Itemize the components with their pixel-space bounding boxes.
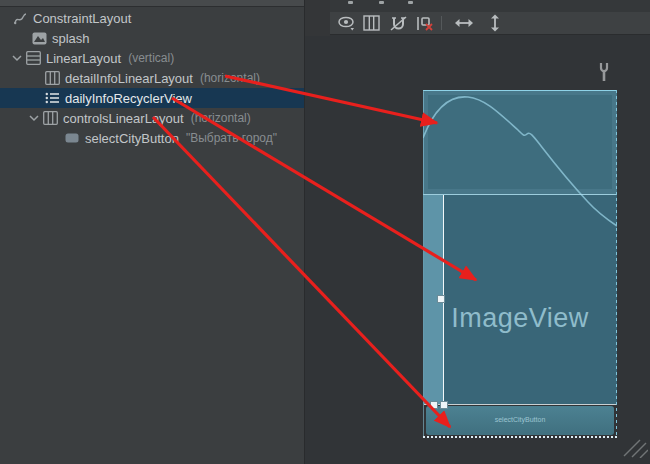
android-studio-layout-editor: ConstraintLayout splash LinearLayout (ve… [0, 0, 650, 464]
editor-top-strip [330, 0, 650, 12]
canvas-right-dashed-edge [616, 90, 617, 437]
component-tree-toolbar-edge [0, 0, 304, 7]
vertical-resize-arrows-icon[interactable] [484, 13, 506, 33]
tree-item-selectcitybutton[interactable]: selectCityButton "Выбрать город" [0, 128, 304, 148]
toolbar-separator [441, 16, 442, 30]
recycler-view-icon [44, 90, 60, 106]
constraint-layout-icon [12, 10, 28, 26]
tree-item-splash[interactable]: splash [0, 28, 304, 48]
detailinfo-section[interactable] [423, 90, 617, 194]
button-icon [64, 130, 80, 146]
chevron-down-icon[interactable] [11, 52, 23, 64]
image-icon [31, 30, 47, 46]
canvas-top-edge [423, 90, 617, 91]
imageview-section[interactable] [423, 195, 617, 404]
selection-border-horizontal [424, 404, 616, 405]
phone-preview-canvas[interactable]: ImageView selectCityButton [423, 90, 617, 438]
clipped-toolbar-icon [348, 1, 353, 4]
selection-handle[interactable] [440, 401, 448, 409]
imageview-placeholder-label: ImageView [423, 303, 617, 334]
canvas-bottom-dashed-edge [423, 436, 617, 438]
selection-handle[interactable] [430, 401, 438, 409]
linear-layout-vertical-icon [25, 50, 41, 66]
linear-layout-horizontal-icon [42, 110, 58, 126]
wrench-icon[interactable] [597, 62, 611, 82]
section-divider-line [423, 194, 617, 195]
tree-item-linearlayout[interactable]: LinearLayout (vertical) [0, 48, 304, 68]
component-tree: ConstraintLayout splash LinearLayout (ve… [0, 7, 304, 148]
design-toolbar [330, 12, 650, 35]
autoconnect-off-magnet-icon[interactable] [387, 13, 409, 33]
selection-handle[interactable] [437, 295, 445, 303]
tree-item-detailinfolinearlayout[interactable]: detailInfoLinearLayout (horizontal) [0, 68, 304, 88]
clear-constraints-icon[interactable] [414, 13, 436, 33]
tree-item-constraintlayout[interactable]: ConstraintLayout [0, 8, 304, 28]
selectcitybutton-preview-label: selectCityButton [426, 416, 614, 423]
horizontal-resize-arrows-icon[interactable] [453, 13, 475, 33]
canvas-left-edge [423, 90, 424, 437]
view-options-eye-icon[interactable] [336, 13, 358, 33]
linear-layout-horizontal-icon [44, 70, 60, 86]
tree-item-dailyinforecyclerview[interactable]: dailyInfoRecyclerView [0, 88, 304, 108]
clipped-toolbar-icon [379, 1, 384, 4]
clipped-toolbar-icon [408, 1, 413, 4]
tree-item-controlslinearlayout[interactable]: controlsLinearLayout (horizontal) [0, 108, 304, 128]
selectcitybutton-preview[interactable]: selectCityButton [426, 406, 614, 435]
column-guides-icon[interactable] [360, 13, 382, 33]
component-tree-panel: ConstraintLayout splash LinearLayout (ve… [0, 0, 304, 464]
chevron-down-icon[interactable] [28, 112, 40, 124]
resize-corner-handle[interactable] [622, 436, 648, 458]
panel-gutter [305, 0, 330, 36]
